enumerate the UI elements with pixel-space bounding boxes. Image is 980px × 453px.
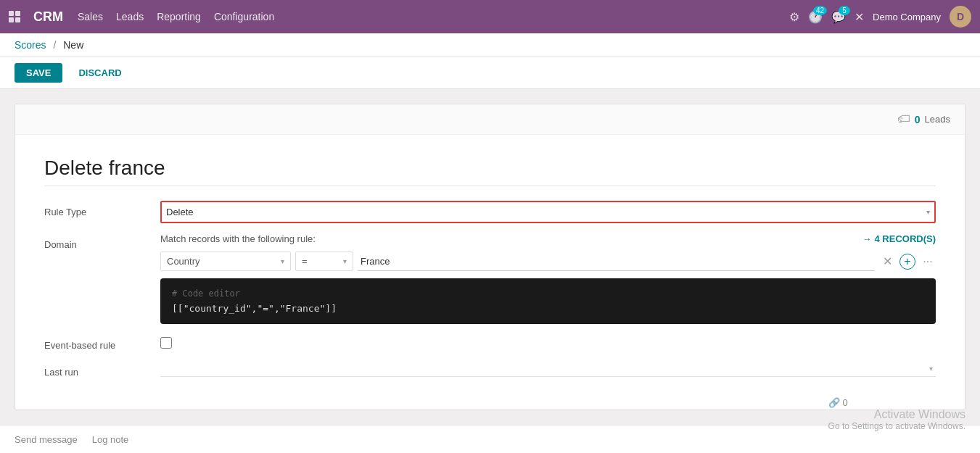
rule-type-label: Rule Type — [44, 201, 160, 217]
activity-icon[interactable]: 🕐 42 — [808, 10, 823, 24]
log-note-link[interactable]: Log note — [92, 434, 129, 445]
records-link[interactable]: → 4 RECORD(S) — [862, 233, 936, 244]
remove-filter-button[interactable]: ✕ — [879, 254, 895, 270]
last-run-label: Last run — [44, 361, 160, 378]
action-bar: SAVE DISCARD — [0, 57, 980, 89]
app-logo: CRM — [33, 9, 63, 25]
stat-bar: 🏷 0 Leads — [15, 104, 965, 135]
breadcrumb-current: New — [63, 39, 83, 51]
nav-sales[interactable]: Sales — [78, 11, 103, 22]
main-content: 🏷 0 Leads Delete france Rule Type Delete… — [0, 89, 980, 425]
bottom-bar: Send message Log note — [0, 425, 980, 453]
topbar-right: ⚙ 🕐 42 💬 5 ✕ Demo Company D — [789, 6, 971, 28]
nav-reporting[interactable]: Reporting — [157, 11, 201, 22]
messages-badge: 5 — [839, 6, 850, 15]
last-run-select[interactable]: ▾ — [160, 361, 936, 377]
rule-type-select-wrapper[interactable]: Delete ▾ — [160, 201, 936, 223]
messages-icon[interactable]: 💬 5 — [831, 10, 846, 24]
form-card: 🏷 0 Leads Delete france Rule Type Delete… — [15, 104, 965, 410]
add-filter-button[interactable]: + — [899, 254, 915, 270]
form-body: Delete france Rule Type Delete ▾ Domain … — [15, 135, 965, 410]
user-avatar[interactable]: D — [950, 6, 971, 28]
nav-configuration[interactable]: Configuration — [214, 11, 274, 22]
domain-row: Domain Match records with the following … — [44, 233, 936, 324]
operator-value: = — [302, 256, 308, 267]
nav-leads[interactable]: Leads — [116, 11, 144, 22]
breadcrumb-separator: / — [53, 39, 56, 51]
discard-button[interactable]: DISCARD — [71, 63, 128, 83]
leads-label: Leads — [925, 114, 950, 125]
rule-type-field: Delete ▾ — [160, 201, 936, 223]
rule-type-row: Rule Type Delete ▾ — [44, 201, 936, 223]
activity-badge: 42 — [813, 6, 827, 15]
breadcrumb: Scores / New — [0, 33, 980, 57]
code-editor[interactable]: # Code editor [["country_id","=","France… — [160, 278, 936, 324]
country-value-input[interactable] — [358, 252, 875, 271]
domain-label: Domain — [44, 233, 160, 250]
breadcrumb-scores[interactable]: Scores — [15, 39, 46, 51]
save-button[interactable]: SAVE — [15, 63, 62, 83]
topbar: CRM Sales Leads Reporting Configuration … — [0, 0, 980, 33]
tag-icon: 🏷 — [897, 112, 910, 127]
leads-count: 0 — [915, 114, 921, 125]
last-run-row: Last run ▾ — [44, 361, 936, 378]
more-options-button[interactable]: ··· — [920, 254, 936, 270]
company-name: Demo Company — [873, 12, 941, 22]
code-comment: # Code editor — [172, 288, 924, 299]
event-based-checkbox[interactable] — [160, 337, 172, 349]
send-message-link[interactable]: Send message — [15, 434, 78, 445]
country-field-label: Country — [167, 256, 200, 267]
leads-stat[interactable]: 🏷 0 Leads — [897, 112, 950, 127]
code-content: [["country_id","=","France"]] — [172, 303, 924, 314]
records-count: 4 RECORD(S) — [874, 233, 936, 244]
form-title[interactable]: Delete france — [44, 157, 936, 186]
rule-type-arrow-icon: ▾ — [926, 208, 930, 216]
arrow-right-icon: → — [862, 233, 871, 244]
app-grid-icon[interactable] — [9, 11, 20, 22]
operator-arrow: ▾ — [343, 257, 347, 265]
country-field-select[interactable]: Country ▾ — [160, 252, 291, 271]
domain-filter-row: Country ▾ = ▾ ✕ + ··· — [160, 252, 936, 271]
domain-description: Match records with the following rule: →… — [160, 233, 936, 244]
domain-actions: ✕ + ··· — [879, 254, 936, 270]
event-based-row: Event-based rule — [44, 334, 936, 351]
event-based-label: Event-based rule — [44, 334, 160, 351]
country-field-arrow: ▾ — [281, 257, 284, 265]
event-based-field — [160, 334, 936, 351]
topbar-nav: Sales Leads Reporting Configuration — [78, 11, 775, 22]
rule-type-value: Delete — [166, 204, 926, 220]
last-run-field: ▾ — [160, 361, 936, 377]
domain-field: Match records with the following rule: →… — [160, 233, 936, 324]
operator-select[interactable]: = ▾ — [295, 252, 353, 271]
last-run-arrow: ▾ — [929, 365, 933, 373]
close-icon[interactable]: ✕ — [855, 10, 864, 24]
settings-icon[interactable]: ⚙ — [789, 10, 799, 24]
